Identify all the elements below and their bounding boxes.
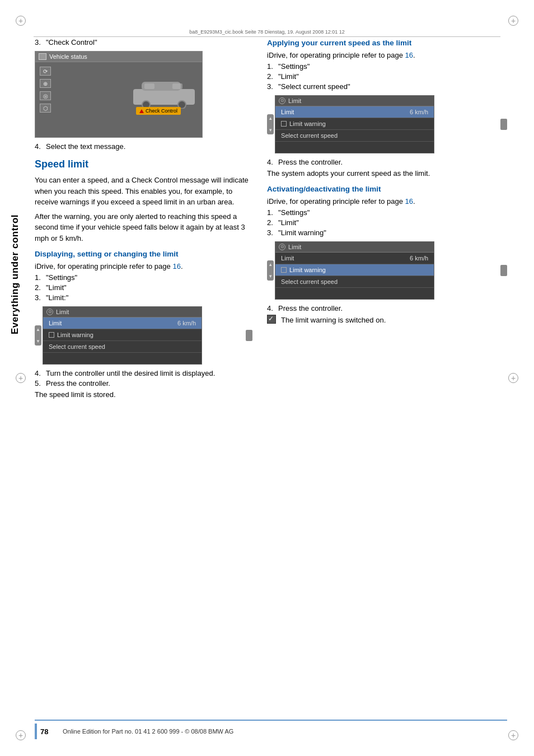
- limit-screen-2: ⊙ Limit Limit 6 km/h Limit warning: [275, 95, 434, 153]
- step-text-4b: Turn the controller until the desired li…: [46, 369, 215, 377]
- limit-titlebar-3: ⊙ Limit: [275, 242, 434, 253]
- right-controller-2: [500, 119, 507, 130]
- idrive-link-2[interactable]: 16: [405, 51, 413, 59]
- main-content: 3. "Check Control" Vehicle status ⟳: [35, 38, 507, 722]
- checkbox-1-2: [49, 332, 54, 338]
- limit-title-icon-1: ⊙: [46, 309, 53, 315]
- limit-row-1-2: Limit warning: [43, 329, 202, 341]
- warning-triangle: [139, 109, 144, 113]
- checkbox-3-2: [281, 267, 287, 273]
- a-result-note: The limit warning is switched on.: [267, 315, 507, 329]
- step-num-4: 4.: [35, 142, 44, 151]
- left-controller-1: ▲ ▼: [35, 325, 41, 346]
- limit-speed-2: 6 km/h: [410, 109, 428, 115]
- vs-icon-1: ⟳: [40, 67, 51, 76]
- speed-limit-body1: You can enter a speed, and a Check Contr…: [35, 175, 252, 208]
- limit-titlebar-1: ⊙ Limit: [43, 307, 202, 318]
- step-5: 5. Press the controller.: [35, 379, 252, 388]
- limit-row-1-3: Select current speed: [43, 341, 202, 353]
- limit-titlebar-text-1: Limit: [56, 309, 69, 315]
- header-file-info: ba8_E9293M3_cic.book Seite 78 Dienstag, …: [34, 29, 500, 35]
- left-controller-2: ▲ ▼: [267, 114, 274, 134]
- display-step-num-3: 3.: [35, 293, 44, 302]
- limit-screen-3-wrapper: ▲ ▼ ⊙ Limit Limit 6 km/h Li: [267, 241, 507, 300]
- idrive-link-1[interactable]: 16: [172, 262, 180, 270]
- vs-icon-3: ◎: [40, 91, 51, 100]
- limit-row-2-2: Limit warning: [275, 118, 434, 130]
- speed-limit-body2: After the warning, you are only alerted …: [35, 211, 252, 244]
- limit-row-3-3: Select current speed: [275, 276, 434, 288]
- limit-speed-1: 6 km/h: [177, 320, 196, 326]
- step-num-3: 3.: [35, 38, 44, 46]
- limit-titlebar-text-2: Limit: [288, 97, 301, 104]
- svg-rect-4: [172, 83, 182, 89]
- a-step-1: 1. "Settings": [267, 208, 507, 217]
- limit-screen-3: ⊙ Limit Limit 6 km/h Limit warning: [275, 241, 434, 300]
- speed-limit-result: The speed limit is stored.: [35, 389, 252, 400]
- step-4b: 4. Turn the controller until the desired…: [35, 369, 252, 377]
- limit-row-1-1: Limit 6 km/h: [43, 318, 202, 329]
- display-step-text-1: "Settings": [46, 273, 77, 282]
- display-heading: Displaying, setting or changing the limi…: [35, 249, 252, 259]
- top-divider: [34, 36, 500, 37]
- corner-mark-bl: [16, 730, 26, 740]
- right-controller-3: [500, 265, 507, 276]
- idrive-link-3[interactable]: 16: [405, 197, 413, 206]
- limit-row-3-1: Limit 6 km/h: [275, 253, 434, 264]
- display-step-num-2: 2.: [35, 283, 44, 292]
- limit-title-icon-3: ⊙: [279, 244, 285, 250]
- display-step-1: 1. "Settings": [35, 273, 252, 282]
- display-step-text-2: "Limit": [46, 283, 67, 292]
- vs-titlebar-text: Vehicle status: [49, 53, 87, 60]
- display-step-3: 3. "Limit:": [35, 293, 252, 302]
- a-step-4: 4. Press the controller.: [267, 304, 507, 312]
- right-column: Applying your current speed as the limit…: [261, 38, 507, 403]
- step-text-5: Press the controller.: [46, 379, 110, 388]
- left-column: 3. "Check Control" Vehicle status ⟳: [35, 38, 261, 403]
- vs-icons-col: ⟳ ⊕ ◎ ⬡: [40, 67, 51, 113]
- vs-body: ⟳ ⊕ ◎ ⬡: [35, 62, 202, 117]
- limit-screen-3-footer: [275, 288, 434, 299]
- footnote-text: Online Edition for Part no. 01 41 2 600 …: [63, 728, 233, 735]
- sidebar-label: Everything under control: [0, 78, 31, 470]
- activating-heading: Activating/deactivating the limit: [267, 184, 507, 194]
- step-text-4: Select the text message.: [46, 142, 125, 151]
- limit-row-2-1: Limit 6 km/h: [275, 106, 434, 118]
- blue-bar: [35, 724, 37, 739]
- display-step-2: 2. "Limit": [35, 283, 252, 292]
- applying-heading: Applying your current speed as the limit: [267, 38, 507, 48]
- footnote-bar: 78 Online Edition for Part no. 01 41 2 6…: [35, 720, 507, 739]
- r-step-3: 3. "Select current speed": [267, 82, 507, 91]
- limit-screen-2-wrapper: ▲ ▼ ⊙ Limit Limit 6 km/h Li: [267, 95, 507, 153]
- step-text-3: "Check Control": [46, 38, 97, 46]
- a-result-text: The limit warning is switched on.: [281, 315, 386, 326]
- right-controller-1: [246, 330, 252, 341]
- page-number: 78: [40, 727, 57, 736]
- limit-row-3-2: Limit warning: [275, 264, 434, 276]
- step-3-check-control: 3. "Check Control": [35, 38, 252, 46]
- vs-titlebar-icon: [39, 53, 46, 60]
- a-step-2: 2. "Limit": [267, 218, 507, 227]
- display-step-text-3: "Limit:": [46, 293, 68, 302]
- limit-title-icon-2: ⊙: [279, 97, 285, 104]
- limit-screen-1-wrapper: ▲ ▼ ⊙ Limit Limit 6 km/h: [35, 306, 252, 365]
- speed-limit-title: Speed limit: [35, 158, 252, 170]
- vs-titlebar: Vehicle status: [35, 52, 202, 62]
- limit-screen-1: ⊙ Limit Limit 6 km/h Limit warning: [43, 306, 202, 365]
- corner-mark-tr: [508, 16, 518, 26]
- step-num-5: 5.: [35, 379, 44, 388]
- vs-icon-4: ⬡: [40, 104, 51, 113]
- step-4-select-text: 4. Select the text message.: [35, 142, 252, 151]
- vehicle-status-screenshot: Vehicle status ⟳ ⊕ ◎: [35, 51, 203, 138]
- content-columns: 3. "Check Control" Vehicle status ⟳: [35, 38, 507, 403]
- idrive-note-2: iDrive, for operating principle refer to…: [267, 51, 507, 59]
- checkmark-icon: [267, 315, 276, 324]
- idrive-note-1: iDrive, for operating principle refer to…: [35, 262, 252, 270]
- step-num-4b: 4.: [35, 369, 44, 377]
- idrive-note-3: iDrive, for operating principle refer to…: [267, 197, 507, 206]
- vs-icon-2: ⊕: [40, 79, 51, 88]
- checkbox-2-2: [281, 121, 287, 127]
- limit-row-2-3: Select current speed: [275, 130, 434, 142]
- limit-titlebar-text-3: Limit: [288, 244, 301, 250]
- limit-screen-2-footer: [275, 142, 434, 153]
